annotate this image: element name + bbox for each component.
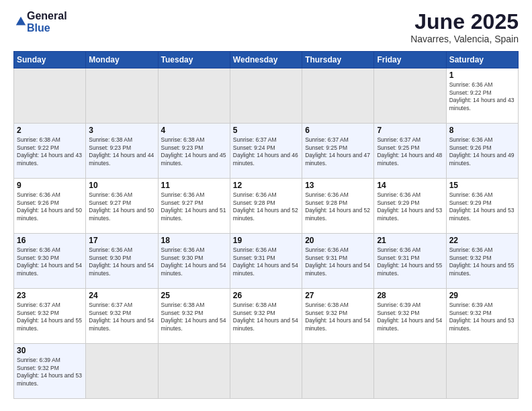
calendar-cell: 10Sunrise: 6:36 AMSunset: 9:27 PMDayligh…: [86, 179, 158, 234]
day-number: 15: [449, 181, 515, 190]
day-number: 18: [161, 236, 227, 245]
cell-content: Sunrise: 6:38 AMSunset: 9:23 PMDaylight:…: [89, 136, 154, 166]
calendar-cell: 30Sunrise: 6:39 AMSunset: 9:32 PMDayligh…: [14, 344, 86, 399]
day-number: 10: [89, 181, 154, 190]
calendar-cell: 15Sunrise: 6:36 AMSunset: 9:29 PMDayligh…: [446, 179, 518, 234]
cell-content: Sunrise: 6:39 AMSunset: 9:32 PMDaylight:…: [377, 302, 442, 331]
day-number: 24: [89, 291, 154, 300]
cell-content: Sunrise: 6:36 AMSunset: 9:28 PMDaylight:…: [305, 191, 370, 221]
cell-content: Sunrise: 6:36 AMSunset: 9:26 PMDaylight:…: [17, 191, 82, 221]
header-day: Thursday: [302, 52, 374, 68]
calendar-cell: 29Sunrise: 6:39 AMSunset: 9:32 PMDayligh…: [446, 289, 518, 344]
calendar-cell: 26Sunrise: 6:38 AMSunset: 9:32 PMDayligh…: [230, 289, 302, 344]
day-number: 11: [161, 181, 227, 190]
cell-content: Sunrise: 6:39 AMSunset: 9:32 PMDaylight:…: [449, 302, 515, 331]
calendar-cell: [14, 68, 86, 124]
calendar-cell: 2Sunrise: 6:38 AMSunset: 9:22 PMDaylight…: [14, 124, 86, 179]
cell-content: Sunrise: 6:36 AMSunset: 9:32 PMDaylight:…: [449, 246, 515, 276]
day-number: 17: [89, 236, 154, 245]
svg-marker-0: [16, 16, 26, 25]
cell-content: Sunrise: 6:36 AMSunset: 9:27 PMDaylight:…: [161, 191, 226, 221]
title-section: June 2025 Navarres, Valencia, Spain: [410, 10, 519, 44]
day-number: 23: [17, 291, 83, 300]
day-number: 4: [161, 126, 227, 135]
calendar-cell: 28Sunrise: 6:39 AMSunset: 9:32 PMDayligh…: [374, 289, 446, 344]
day-number: 2: [17, 126, 83, 135]
calendar-table: SundayMondayTuesdayWednesdayThursdayFrid…: [13, 51, 519, 399]
calendar-cell: 12Sunrise: 6:36 AMSunset: 9:28 PMDayligh…: [230, 179, 302, 234]
cell-content: Sunrise: 6:36 AMSunset: 9:31 PMDaylight:…: [377, 246, 442, 276]
calendar-cell: 4Sunrise: 6:38 AMSunset: 9:23 PMDaylight…: [158, 124, 230, 179]
location: Navarres, Valencia, Spain: [410, 34, 519, 44]
day-number: 16: [17, 236, 83, 245]
cell-content: Sunrise: 6:37 AMSunset: 9:25 PMDaylight:…: [377, 136, 442, 166]
calendar-cell: 19Sunrise: 6:36 AMSunset: 9:31 PMDayligh…: [230, 234, 302, 289]
header-day: Sunday: [14, 52, 86, 68]
cell-content: Sunrise: 6:38 AMSunset: 9:32 PMDaylight:…: [233, 302, 298, 331]
calendar-cell: [302, 344, 374, 399]
calendar-cell: [374, 68, 446, 124]
cell-content: Sunrise: 6:38 AMSunset: 9:32 PMDaylight:…: [305, 302, 370, 331]
calendar-cell: 24Sunrise: 6:37 AMSunset: 9:32 PMDayligh…: [86, 289, 158, 344]
logo: General Blue: [13, 10, 67, 34]
calendar-cell: 21Sunrise: 6:36 AMSunset: 9:31 PMDayligh…: [374, 234, 446, 289]
cell-content: Sunrise: 6:36 AMSunset: 9:26 PMDaylight:…: [449, 136, 515, 166]
calendar-cell: 20Sunrise: 6:36 AMSunset: 9:31 PMDayligh…: [302, 234, 374, 289]
calendar-cell: 14Sunrise: 6:36 AMSunset: 9:29 PMDayligh…: [374, 179, 446, 234]
calendar-cell: 22Sunrise: 6:36 AMSunset: 9:32 PMDayligh…: [446, 234, 518, 289]
calendar-cell: [374, 344, 446, 399]
header-day: Wednesday: [230, 52, 302, 68]
cell-content: Sunrise: 6:39 AMSunset: 9:32 PMDaylight:…: [17, 357, 82, 386]
header-day: Monday: [86, 52, 158, 68]
calendar-cell: [158, 68, 230, 124]
calendar-cell: 7Sunrise: 6:37 AMSunset: 9:25 PMDaylight…: [374, 124, 446, 179]
day-number: 21: [377, 236, 443, 245]
calendar-cell: 3Sunrise: 6:38 AMSunset: 9:23 PMDaylight…: [86, 124, 158, 179]
day-number: 7: [377, 126, 443, 135]
header-row: SundayMondayTuesdayWednesdayThursdayFrid…: [14, 52, 519, 68]
day-number: 22: [449, 236, 515, 245]
calendar-cell: 6Sunrise: 6:37 AMSunset: 9:25 PMDaylight…: [302, 124, 374, 179]
day-number: 20: [305, 236, 371, 245]
cell-content: Sunrise: 6:36 AMSunset: 9:31 PMDaylight:…: [305, 246, 370, 276]
calendar-cell: 16Sunrise: 6:36 AMSunset: 9:30 PMDayligh…: [14, 234, 86, 289]
cell-content: Sunrise: 6:36 AMSunset: 9:22 PMDaylight:…: [449, 81, 515, 111]
day-number: 14: [377, 181, 443, 190]
day-number: 12: [233, 181, 299, 190]
cell-content: Sunrise: 6:36 AMSunset: 9:29 PMDaylight:…: [449, 191, 515, 221]
cell-content: Sunrise: 6:37 AMSunset: 9:24 PMDaylight:…: [233, 136, 298, 166]
cell-content: Sunrise: 6:36 AMSunset: 9:29 PMDaylight:…: [377, 191, 442, 221]
calendar-cell: 13Sunrise: 6:36 AMSunset: 9:28 PMDayligh…: [302, 179, 374, 234]
page: General Blue June 2025 Navarres, Valenci…: [0, 0, 532, 411]
calendar-cell: 5Sunrise: 6:37 AMSunset: 9:24 PMDaylight…: [230, 124, 302, 179]
cell-content: Sunrise: 6:36 AMSunset: 9:28 PMDaylight:…: [233, 191, 298, 221]
logo-general: General: [27, 10, 67, 22]
calendar-cell: 8Sunrise: 6:36 AMSunset: 9:26 PMDaylight…: [446, 124, 518, 179]
month-title: June 2025: [410, 10, 519, 34]
day-number: 6: [305, 126, 371, 135]
day-number: 8: [449, 126, 515, 135]
day-number: 30: [17, 346, 83, 355]
logo-blue: Blue: [27, 22, 67, 34]
header: General Blue June 2025 Navarres, Valenci…: [13, 10, 519, 44]
day-number: 13: [305, 181, 371, 190]
cell-content: Sunrise: 6:38 AMSunset: 9:32 PMDaylight:…: [161, 302, 226, 331]
calendar-cell: [86, 344, 158, 399]
calendar-cell: 11Sunrise: 6:36 AMSunset: 9:27 PMDayligh…: [158, 179, 230, 234]
cell-content: Sunrise: 6:37 AMSunset: 9:25 PMDaylight:…: [305, 136, 370, 166]
header-day: Saturday: [446, 52, 518, 68]
header-day: Friday: [374, 52, 446, 68]
logo-icon: [15, 15, 27, 28]
calendar-cell: [446, 344, 518, 399]
calendar-cell: 1Sunrise: 6:36 AMSunset: 9:22 PMDaylight…: [446, 68, 518, 124]
logo-text: General Blue: [27, 10, 67, 34]
day-number: 1: [449, 71, 515, 80]
calendar-cell: 9Sunrise: 6:36 AMSunset: 9:26 PMDaylight…: [14, 179, 86, 234]
day-number: 27: [305, 291, 371, 300]
cell-content: Sunrise: 6:36 AMSunset: 9:30 PMDaylight:…: [89, 246, 154, 276]
cell-content: Sunrise: 6:36 AMSunset: 9:30 PMDaylight:…: [161, 246, 226, 276]
cell-content: Sunrise: 6:36 AMSunset: 9:30 PMDaylight:…: [17, 246, 82, 276]
calendar-cell: 23Sunrise: 6:37 AMSunset: 9:32 PMDayligh…: [14, 289, 86, 344]
calendar-cell: 25Sunrise: 6:38 AMSunset: 9:32 PMDayligh…: [158, 289, 230, 344]
day-number: 9: [17, 181, 83, 190]
